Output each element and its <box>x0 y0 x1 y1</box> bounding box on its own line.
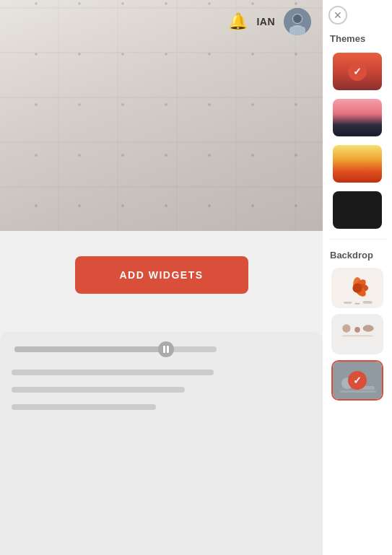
items-white-svg <box>333 314 382 349</box>
progress-thumb[interactable] <box>158 341 174 357</box>
backdrop-check-circle: ✓ <box>348 371 367 390</box>
selected-check-overlay: ✓ <box>333 53 382 90</box>
theme-black-preview <box>333 191 382 229</box>
pause-icon <box>163 346 169 353</box>
section-divider <box>328 239 386 240</box>
svg-point-17 <box>363 325 374 331</box>
backdrop-swatch-items-white[interactable] <box>331 314 383 354</box>
svg-rect-18 <box>342 335 373 336</box>
pause-bar-right <box>167 346 169 353</box>
backdrop-swatch-flower[interactable] <box>331 268 383 308</box>
svg-rect-11 <box>344 302 352 304</box>
themes-section-title: Themes <box>323 33 365 44</box>
svg-rect-12 <box>354 303 360 305</box>
progress-bar[interactable] <box>14 346 217 352</box>
widget-line-3 <box>12 404 156 410</box>
svg-point-10 <box>352 283 362 292</box>
theme-swatch-pink-dark[interactable] <box>331 97 383 138</box>
theme-swatch-yellow-orange[interactable] <box>331 144 383 184</box>
theme-swatch-sunset[interactable]: ✓ <box>331 51 383 92</box>
flower-svg <box>333 268 382 308</box>
add-widgets-button[interactable]: ADD WIDGETS <box>75 256 248 294</box>
widget-line-2 <box>12 387 185 393</box>
main-content: 🔔 IAN ADD WIDGETS <box>0 0 323 555</box>
widget-content <box>12 346 311 410</box>
pause-bar-left <box>163 346 165 353</box>
widget-area <box>0 332 323 555</box>
right-panel: ✕ Themes ✓ Backdrop <box>323 0 392 555</box>
avatar[interactable] <box>284 8 311 35</box>
close-icon: ✕ <box>334 9 342 21</box>
user-name-label: IAN <box>256 16 275 27</box>
backdrop-swatch-dark-photo[interactable]: ✓ <box>331 360 383 401</box>
header-bar: 🔔 IAN <box>0 0 323 43</box>
close-button[interactable]: ✕ <box>328 6 347 25</box>
backdrop-check-overlay: ✓ <box>333 362 382 399</box>
theme-swatch-black[interactable] <box>331 190 383 230</box>
widget-line-1 <box>12 370 214 375</box>
svg-point-15 <box>342 324 350 332</box>
svg-rect-4 <box>289 27 305 35</box>
bell-icon[interactable]: 🔔 <box>228 12 248 31</box>
svg-point-3 <box>293 14 302 23</box>
backdrop-section-title: Backdrop <box>323 250 373 261</box>
check-circle: ✓ <box>348 62 367 81</box>
svg-rect-13 <box>363 301 373 304</box>
progress-bar-container <box>14 346 311 358</box>
theme-yellow-orange-preview <box>333 145 382 183</box>
theme-pink-dark-preview <box>333 99 382 136</box>
svg-point-16 <box>354 327 360 333</box>
progress-fill <box>14 346 166 352</box>
